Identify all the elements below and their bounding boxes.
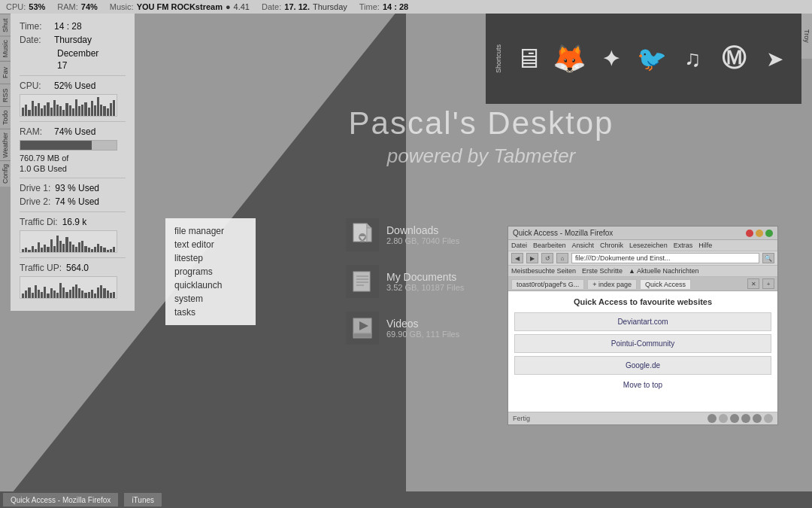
menu-datei[interactable]: Datei xyxy=(511,242,527,249)
music-label: Music: xyxy=(110,2,134,11)
cpu-status: CPU: 53% xyxy=(6,2,45,11)
top-status-bar: CPU: 53% RAM: 74% Music: YOU FM ROCKstre… xyxy=(0,0,812,14)
taskbar-item-firefox[interactable]: Quick Access - Mozilla Firefox xyxy=(3,493,118,506)
side-tab-fav[interactable]: Fav xyxy=(0,61,11,84)
browser-tab-close[interactable]: ✕ xyxy=(747,278,759,289)
side-tab-todo[interactable]: Todo xyxy=(0,106,11,129)
ram-value: 74% xyxy=(81,2,98,11)
side-tabs: Shut Music Fav RSS Todo Weather Config xyxy=(0,14,11,187)
status-icon-6 xyxy=(764,414,773,423)
browser-maximize-btn[interactable] xyxy=(756,230,763,237)
ram-progress-bar xyxy=(20,140,117,151)
time-status: Time: 14 : 28 xyxy=(359,2,408,11)
divider-5 xyxy=(20,257,126,258)
traffic-up-value: 564.0 xyxy=(66,263,89,273)
menu-item-system[interactable]: system xyxy=(174,292,247,306)
troy-tab[interactable]: Troy xyxy=(801,14,812,59)
taskbar-item-itunes[interactable]: iTunes xyxy=(124,493,162,506)
desktop-subtitle: powered by Tabmeter xyxy=(150,144,812,168)
menu-item-text-editor[interactable]: text editor xyxy=(174,238,247,251)
firefox-icon[interactable]: 🦊 xyxy=(553,36,588,81)
drive2-value: 74 % Used xyxy=(55,196,99,207)
menu-ansicht[interactable]: Ansicht xyxy=(572,242,595,249)
drive1-row: Drive 1: 93 % Used xyxy=(20,183,126,193)
date-value: Thursday xyxy=(54,35,92,45)
drive2-row: Drive 2: 74 % Used xyxy=(20,196,126,207)
file-manager-menu: file manager text editor litestep progra… xyxy=(165,218,256,325)
ram-label: RAM: xyxy=(20,126,50,137)
menu-hilfe[interactable]: Hilfe xyxy=(698,242,712,249)
side-tab-rss[interactable]: RSS xyxy=(0,84,11,106)
videos-size: 69.90 GB, 111 Files xyxy=(386,330,459,339)
svg-rect-4 xyxy=(360,241,365,242)
date-month: December xyxy=(20,48,126,59)
side-tab-shut[interactable]: Shut xyxy=(0,14,11,36)
monitor-icon[interactable]: 🖥 xyxy=(511,36,547,81)
bookmark-nachrichten[interactable]: ▲ Aktuelle Nachrichten xyxy=(629,267,698,275)
cpu-label: CPU: xyxy=(20,81,50,91)
browser-tab-1[interactable]: toast0rot/pagef's G... xyxy=(511,279,584,289)
divider-4 xyxy=(20,211,126,212)
time-label: Time: xyxy=(359,2,380,11)
menu-bearbeiten[interactable]: Bearbeiten xyxy=(533,242,566,249)
cpu-sparkline xyxy=(20,94,117,117)
folder-my-documents[interactable]: My Documents 3.52 GB, 10187 Files xyxy=(346,265,464,298)
browser-status-text: Fertig xyxy=(513,415,530,422)
system-info-panel: Time: 14 : 28 Date: Thursday December 17… xyxy=(11,14,135,311)
gimp-icon[interactable]: 🐦 xyxy=(635,36,670,81)
browser-home-btn[interactable]: ⌂ xyxy=(556,253,568,263)
browser-search-btn[interactable]: 🔍 xyxy=(762,253,774,263)
folder-downloads[interactable]: Downloads 2.80 GB, 7040 Files xyxy=(346,218,464,251)
music-dot: ● xyxy=(226,2,231,11)
traffic-dl-row: Traffic Di: 16.9 k xyxy=(20,217,126,227)
status-icon-2 xyxy=(719,414,728,423)
music-icon[interactable]: ♫ xyxy=(675,36,710,81)
arrow-icon[interactable]: ➤ xyxy=(757,36,792,81)
menu-item-litestep[interactable]: litestep xyxy=(174,251,247,265)
menu-item-file-manager[interactable]: file manager xyxy=(174,224,247,238)
browser-minimize-btn[interactable] xyxy=(746,230,753,237)
status-icon-3 xyxy=(730,414,739,423)
browser-link-pointui[interactable]: Pointui-Community xyxy=(514,334,771,353)
time-row: Time: 14 : 28 xyxy=(20,21,126,32)
traffic-dl-sparkline xyxy=(20,230,117,253)
apps-icon[interactable]: Ⓜ xyxy=(717,36,752,81)
side-tab-config[interactable]: Config xyxy=(0,160,11,187)
browser-content-heading: Quick Access to favourite websites xyxy=(514,297,771,306)
browser-tab-2[interactable]: + index page xyxy=(587,279,637,289)
bookmark-meistbesuchte[interactable]: Meistbesuchte Seiten xyxy=(511,267,576,275)
date-status: Date: 17. 12. Thursday xyxy=(262,2,347,11)
svg-rect-2 xyxy=(367,228,371,242)
divider-3 xyxy=(20,178,126,178)
browser-tab-quick-access[interactable]: Quick Access xyxy=(640,279,691,289)
menu-item-programs[interactable]: programs xyxy=(174,265,247,278)
browser-close-btn[interactable] xyxy=(765,230,773,237)
menu-chronik[interactable]: Chronik xyxy=(600,242,623,249)
menu-lesezeichen[interactable]: Lesezeichen xyxy=(629,242,668,249)
browser-link-deviantart[interactable]: Deviantart.com xyxy=(514,312,771,331)
status-icon-1 xyxy=(707,414,717,423)
svg-rect-13 xyxy=(353,333,371,338)
menu-item-quicklaunch[interactable]: quicklaunch xyxy=(174,278,247,292)
desktop-title: Pascal's Desktop xyxy=(150,105,812,141)
browser-reload-btn[interactable]: ↺ xyxy=(541,253,553,263)
browser-forward-btn[interactable]: ▶ xyxy=(526,253,538,263)
browser-status-icons xyxy=(707,414,773,423)
browser-address-bar[interactable] xyxy=(571,253,759,263)
bluetooth-icon[interactable]: ✦ xyxy=(593,36,629,81)
browser-tab-new[interactable]: + xyxy=(762,278,774,289)
browser-window-controls xyxy=(746,230,773,237)
bookmark-erste-schritte[interactable]: Erste Schritte xyxy=(582,267,623,275)
desktop-title-area: Pascal's Desktop powered by Tabmeter xyxy=(150,105,812,168)
side-tab-weather[interactable]: Weather xyxy=(0,129,11,161)
side-tab-music[interactable]: Music xyxy=(0,36,11,61)
documents-icon xyxy=(346,265,379,298)
browser-back-btn[interactable]: ◀ xyxy=(511,253,523,263)
menu-extras[interactable]: Extras xyxy=(674,242,693,249)
browser-link-google[interactable]: Google.de xyxy=(514,356,771,375)
menu-item-tasks[interactable]: tasks xyxy=(174,306,247,319)
cpu-row: CPU: 52% Used xyxy=(20,81,126,91)
date-label: Date: xyxy=(262,2,281,11)
browser-move-to-top[interactable]: Move to top xyxy=(514,378,771,392)
folder-videos[interactable]: Videos 69.90 GB, 111 Files xyxy=(346,312,464,345)
